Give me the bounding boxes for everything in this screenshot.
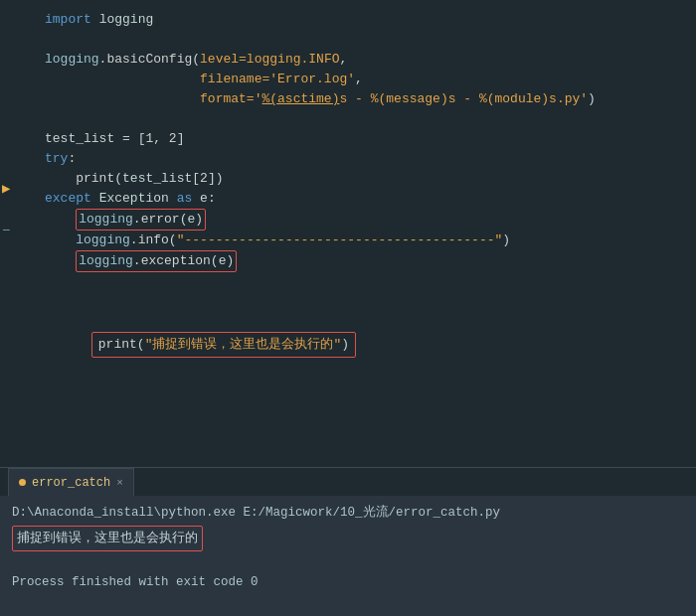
code-line-12: − logging.info("------------------------…	[0, 231, 696, 250]
terminal-tab-error-catch[interactable]: error_catch ×	[8, 468, 134, 496]
terminal-panel: error_catch × D:\Anaconda_install\python…	[0, 467, 696, 616]
code-content-15: print("捕捉到错误，这里也是会执行的")	[35, 312, 696, 378]
terminal-output-boxed: 捕捉到错误，这里也是会执行的	[12, 526, 203, 551]
code-content-11: logging.error(e)	[35, 209, 696, 231]
code-line-14	[0, 272, 696, 292]
terminal-path: D:\Anaconda_install\python.exe E:/Magicw…	[12, 502, 684, 524]
code-content-3: logging.basicConfig(level=logging.INFO,	[35, 50, 696, 70]
print-highlight: print("捕捉到错误，这里也是会执行的")	[91, 332, 356, 358]
tab-label: error_catch	[32, 476, 110, 490]
fold-icon: −	[2, 221, 10, 240]
code-line-9: print(test_list[2])	[0, 169, 696, 189]
code-line-15: print("捕捉到错误，这里也是会执行的")	[0, 312, 696, 378]
code-content-12: logging.info("--------------------------…	[35, 231, 696, 250]
code-line-13: logging.exception(e)	[0, 250, 696, 272]
code-content-14b	[35, 292, 696, 312]
terminal-content: D:\Anaconda_install\python.exe E:/Magicw…	[0, 496, 696, 616]
code-content-9: print(test_list[2])	[35, 169, 696, 189]
code-line-7: test_list = [1, 2]	[0, 129, 696, 149]
code-content-7: test_list = [1, 2]	[35, 129, 696, 149]
logging-error-highlight: logging.error(e)	[76, 209, 206, 231]
code-line-2	[0, 30, 696, 50]
code-editor: import logging logging.basicConfig(level…	[0, 0, 696, 467]
tab-status-dot	[19, 479, 26, 486]
code-line-5: format='%(asctime)s - %(message)s - %(mo…	[0, 89, 696, 109]
terminal-tabs: error_catch ×	[0, 468, 696, 496]
code-content-5: format='%(asctime)s - %(message)s - %(mo…	[35, 89, 696, 109]
code-line-10: ▶ except Exception as e:	[0, 189, 696, 209]
code-content-14	[35, 272, 696, 292]
tab-close-button[interactable]: ×	[116, 477, 123, 489]
code-content-2	[35, 30, 696, 50]
terminal-output-line: 捕捉到错误，这里也是会执行的	[12, 526, 684, 551]
code-line-4: filename='Error.log',	[0, 70, 696, 89]
code-content-4: filename='Error.log',	[35, 70, 696, 89]
code-line-11: logging.error(e)	[0, 209, 696, 231]
code-line-8: try:	[0, 149, 696, 169]
code-content-8: try:	[35, 149, 696, 169]
breakpoint-arrow: ▶	[2, 179, 10, 199]
terminal-empty-line	[12, 551, 684, 571]
code-line-1: import logging	[0, 10, 696, 30]
logging-exception-highlight: logging.exception(e)	[76, 250, 237, 272]
code-line-14b	[0, 292, 696, 312]
code-line-3: logging.basicConfig(level=logging.INFO,	[0, 50, 696, 70]
code-content-10: except Exception as e:	[35, 189, 696, 209]
code-content-6	[35, 109, 696, 129]
code-line-6	[0, 109, 696, 129]
code-content-13: logging.exception(e)	[35, 250, 696, 272]
code-content-1: import logging	[35, 10, 696, 30]
terminal-exit-code: Process finished with exit code 0	[12, 571, 684, 593]
